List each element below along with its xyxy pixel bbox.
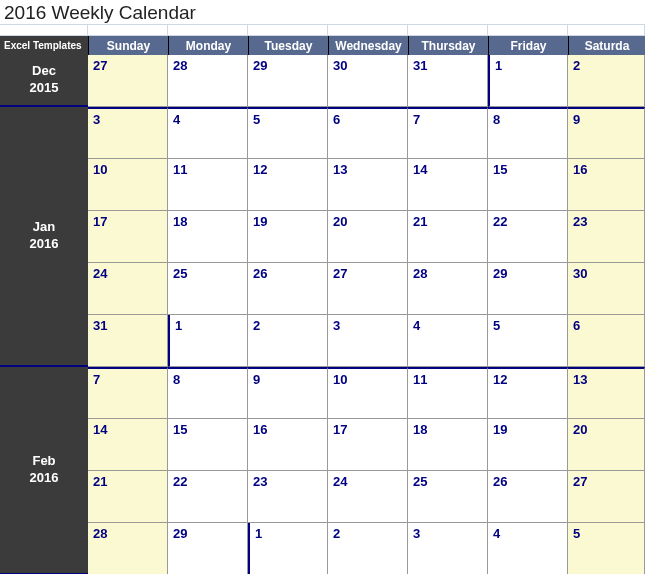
day-cell[interactable]: 9 bbox=[248, 367, 328, 419]
day-cell[interactable]: 24 bbox=[88, 263, 168, 315]
day-cell[interactable]: 23 bbox=[248, 471, 328, 523]
week-row: 31123456 bbox=[88, 315, 645, 367]
month-label: Jan2016 bbox=[0, 107, 88, 367]
day-cell[interactable]: 8 bbox=[168, 367, 248, 419]
day-cell[interactable]: 18 bbox=[168, 211, 248, 263]
week-row: 14151617181920 bbox=[88, 419, 645, 471]
day-header: Sunday bbox=[88, 36, 168, 55]
day-cell[interactable]: 16 bbox=[568, 159, 645, 211]
day-cell[interactable]: 15 bbox=[488, 159, 568, 211]
day-cell[interactable]: 3 bbox=[328, 315, 408, 367]
day-cell[interactable]: 28 bbox=[408, 263, 488, 315]
day-cell[interactable]: 7 bbox=[408, 107, 488, 159]
day-cell[interactable]: 28 bbox=[88, 523, 168, 574]
day-cell[interactable]: 15 bbox=[168, 419, 248, 471]
day-header: Wednesday bbox=[328, 36, 408, 55]
day-cell[interactable]: 17 bbox=[328, 419, 408, 471]
day-cell[interactable]: 12 bbox=[488, 367, 568, 419]
week-row: 10111213141516 bbox=[88, 159, 645, 211]
day-cell[interactable]: 26 bbox=[488, 471, 568, 523]
day-header: Thursday bbox=[408, 36, 488, 55]
week-row: 24252627282930 bbox=[88, 263, 645, 315]
month-label: Feb2016 bbox=[0, 367, 88, 574]
day-cell[interactable]: 8 bbox=[488, 107, 568, 159]
day-cell[interactable]: 1 bbox=[488, 55, 568, 107]
day-cell[interactable]: 4 bbox=[408, 315, 488, 367]
day-cell[interactable]: 11 bbox=[168, 159, 248, 211]
day-cell[interactable]: 5 bbox=[488, 315, 568, 367]
day-cell[interactable]: 16 bbox=[248, 419, 328, 471]
day-cell[interactable]: 13 bbox=[568, 367, 645, 419]
day-cell[interactable]: 1 bbox=[168, 315, 248, 367]
day-cell[interactable]: 21 bbox=[88, 471, 168, 523]
day-cell[interactable]: 22 bbox=[488, 211, 568, 263]
month-name: Feb bbox=[32, 453, 55, 470]
week-row: 78910111213 bbox=[88, 367, 645, 419]
day-cell[interactable]: 21 bbox=[408, 211, 488, 263]
day-header: Monday bbox=[168, 36, 248, 55]
day-cell[interactable]: 30 bbox=[568, 263, 645, 315]
day-cell[interactable]: 1 bbox=[248, 523, 328, 574]
corner-label: Excel Templates bbox=[0, 36, 88, 55]
day-cell[interactable]: 27 bbox=[568, 471, 645, 523]
month-name: Jan bbox=[33, 219, 55, 236]
day-cell[interactable]: 12 bbox=[248, 159, 328, 211]
day-header: Friday bbox=[488, 36, 568, 55]
day-cell[interactable]: 2 bbox=[328, 523, 408, 574]
day-cell[interactable]: 3 bbox=[88, 107, 168, 159]
day-cell[interactable]: 18 bbox=[408, 419, 488, 471]
week-row: 17181920212223 bbox=[88, 211, 645, 263]
day-cell[interactable]: 28 bbox=[168, 55, 248, 107]
day-cell[interactable]: 10 bbox=[88, 159, 168, 211]
day-cell[interactable]: 25 bbox=[408, 471, 488, 523]
day-cell[interactable]: 3 bbox=[408, 523, 488, 574]
day-cell[interactable]: 27 bbox=[328, 263, 408, 315]
day-cell[interactable]: 20 bbox=[328, 211, 408, 263]
month-year: 2016 bbox=[30, 236, 59, 253]
month-year: 2016 bbox=[30, 470, 59, 487]
day-header: Saturda bbox=[568, 36, 645, 55]
day-header: Tuesday bbox=[248, 36, 328, 55]
day-cell[interactable]: 23 bbox=[568, 211, 645, 263]
day-cell[interactable]: 4 bbox=[488, 523, 568, 574]
day-cell[interactable]: 6 bbox=[328, 107, 408, 159]
weeks-grid: 2728293031123456789101112131415161718192… bbox=[88, 55, 645, 574]
day-cell[interactable]: 9 bbox=[568, 107, 645, 159]
day-cell[interactable]: 6 bbox=[568, 315, 645, 367]
day-cell[interactable]: 24 bbox=[328, 471, 408, 523]
day-cell[interactable]: 22 bbox=[168, 471, 248, 523]
day-cell[interactable]: 20 bbox=[568, 419, 645, 471]
day-cell[interactable]: 31 bbox=[408, 55, 488, 107]
day-cell[interactable]: 19 bbox=[248, 211, 328, 263]
header-row: Excel Templates Sunday Monday Tuesday We… bbox=[0, 36, 645, 55]
page-title: 2016 Weekly Calendar bbox=[0, 0, 645, 24]
day-cell[interactable]: 11 bbox=[408, 367, 488, 419]
day-cell[interactable]: 5 bbox=[248, 107, 328, 159]
day-cell[interactable]: 29 bbox=[168, 523, 248, 574]
week-row: 272829303112 bbox=[88, 55, 645, 107]
day-cell[interactable]: 14 bbox=[408, 159, 488, 211]
day-cell[interactable]: 19 bbox=[488, 419, 568, 471]
week-row: 21222324252627 bbox=[88, 471, 645, 523]
month-year: 2015 bbox=[30, 80, 59, 97]
day-cell[interactable]: 29 bbox=[248, 55, 328, 107]
week-row: 3456789 bbox=[88, 107, 645, 159]
day-cell[interactable]: 26 bbox=[248, 263, 328, 315]
day-cell[interactable]: 13 bbox=[328, 159, 408, 211]
day-cell[interactable]: 30 bbox=[328, 55, 408, 107]
month-name: Dec bbox=[32, 63, 56, 80]
day-cell[interactable]: 17 bbox=[88, 211, 168, 263]
day-cell[interactable]: 7 bbox=[88, 367, 168, 419]
gridline-row bbox=[0, 24, 645, 36]
months-column: Dec2015Jan2016Feb2016 bbox=[0, 55, 88, 574]
day-cell[interactable]: 2 bbox=[568, 55, 645, 107]
day-cell[interactable]: 14 bbox=[88, 419, 168, 471]
day-cell[interactable]: 5 bbox=[568, 523, 645, 574]
day-cell[interactable]: 10 bbox=[328, 367, 408, 419]
day-cell[interactable]: 27 bbox=[88, 55, 168, 107]
day-cell[interactable]: 2 bbox=[248, 315, 328, 367]
day-cell[interactable]: 25 bbox=[168, 263, 248, 315]
day-cell[interactable]: 31 bbox=[88, 315, 168, 367]
day-cell[interactable]: 29 bbox=[488, 263, 568, 315]
day-cell[interactable]: 4 bbox=[168, 107, 248, 159]
